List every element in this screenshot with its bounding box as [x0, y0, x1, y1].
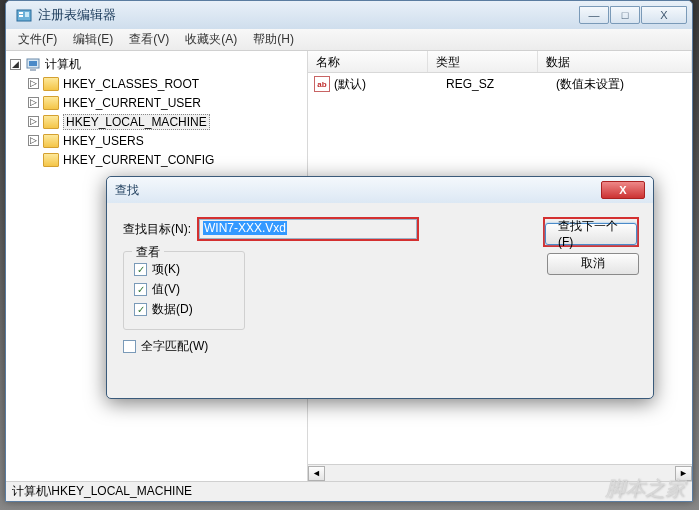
value-type: REG_SZ — [446, 77, 556, 91]
tree-item[interactable]: ▷HKEY_USERS — [26, 131, 305, 150]
checkbox-keys[interactable]: ✓ — [134, 263, 147, 276]
checkbox-keys-label: 项(K) — [152, 261, 180, 278]
menu-edit[interactable]: 编辑(E) — [65, 29, 121, 50]
tree-item-selected[interactable]: ▷HKEY_LOCAL_MACHINE — [26, 112, 305, 131]
menubar: 文件(F) 编辑(E) 查看(V) 收藏夹(A) 帮助(H) — [6, 29, 692, 51]
menu-favorites[interactable]: 收藏夹(A) — [177, 29, 245, 50]
expand-icon[interactable]: ▷ — [28, 116, 39, 127]
group-title: 查看 — [132, 244, 164, 261]
expand-icon[interactable]: ▷ — [28, 135, 39, 146]
folder-icon — [43, 153, 59, 167]
collapse-icon[interactable]: ◢ — [10, 59, 21, 70]
folder-icon — [43, 96, 59, 110]
checkbox-data-label: 数据(D) — [152, 301, 193, 318]
find-next-button[interactable]: 查找下一个(F) — [545, 223, 637, 245]
dialog-close-button[interactable]: X — [601, 181, 645, 199]
tree-label: HKEY_LOCAL_MACHINE — [63, 114, 210, 130]
svg-rect-2 — [19, 15, 23, 17]
dialog-title: 查找 — [115, 182, 601, 199]
find-dialog: 查找 X 查找目标(N): WIN7-XXX.Vxd 查看 ✓项(K) ✓值(V… — [106, 176, 654, 399]
tree-item[interactable]: ▷HKEY_CLASSES_ROOT — [26, 74, 305, 93]
svg-rect-1 — [19, 12, 23, 14]
maximize-button[interactable]: □ — [610, 6, 640, 24]
menu-view[interactable]: 查看(V) — [121, 29, 177, 50]
menu-file[interactable]: 文件(F) — [10, 29, 65, 50]
tree-item[interactable]: HKEY_CURRENT_CONFIG — [26, 150, 305, 169]
find-target-input[interactable]: WIN7-XXX.Vxd — [199, 219, 417, 239]
tree-item[interactable]: ▷HKEY_CURRENT_USER — [26, 93, 305, 112]
status-path: 计算机\HKEY_LOCAL_MACHINE — [12, 483, 192, 500]
regedit-icon — [16, 7, 32, 23]
cancel-button[interactable]: 取消 — [547, 253, 639, 275]
checkbox-values-label: 值(V) — [152, 281, 180, 298]
watermark: 脚本之家 — [605, 475, 685, 502]
window-title: 注册表编辑器 — [38, 6, 579, 24]
statusbar: 计算机\HKEY_LOCAL_MACHINE — [6, 481, 692, 501]
tree-root[interactable]: ◢ 计算机 — [8, 55, 305, 74]
look-at-group: 查看 ✓项(K) ✓值(V) ✓数据(D) — [123, 251, 245, 330]
tree-root-label: 计算机 — [45, 56, 81, 73]
tree-label: HKEY_USERS — [63, 134, 144, 148]
checkbox-whole-word[interactable] — [123, 340, 136, 353]
svg-rect-5 — [29, 61, 37, 66]
find-target-label: 查找目标(N): — [123, 221, 191, 238]
col-data[interactable]: 数据 — [538, 51, 692, 72]
svg-rect-6 — [30, 69, 36, 71]
value-name: (默认) — [334, 76, 446, 93]
svg-rect-3 — [25, 12, 29, 17]
string-value-icon: ab — [314, 76, 330, 92]
computer-icon — [25, 57, 41, 73]
expand-icon[interactable]: ▷ — [28, 78, 39, 89]
dialog-titlebar[interactable]: 查找 X — [107, 177, 653, 203]
col-name[interactable]: 名称 — [308, 51, 428, 72]
scroll-left-icon[interactable]: ◄ — [308, 466, 325, 481]
value-data: (数值未设置) — [556, 76, 624, 93]
expand-icon[interactable]: ▷ — [28, 97, 39, 108]
folder-icon — [43, 115, 59, 129]
tree-label: HKEY_CURRENT_CONFIG — [63, 153, 214, 167]
titlebar[interactable]: 注册表编辑器 — □ X — [6, 1, 692, 29]
checkbox-data[interactable]: ✓ — [134, 303, 147, 316]
folder-icon — [43, 77, 59, 91]
menu-help[interactable]: 帮助(H) — [245, 29, 302, 50]
list-row[interactable]: ab (默认) REG_SZ (数值未设置) — [310, 75, 690, 93]
highlight-box: 查找下一个(F) — [543, 217, 639, 247]
folder-icon — [43, 134, 59, 148]
close-button[interactable]: X — [641, 6, 687, 24]
list-header: 名称 类型 数据 — [308, 51, 692, 73]
minimize-button[interactable]: — — [579, 6, 609, 24]
highlight-box: WIN7-XXX.Vxd — [197, 217, 419, 241]
col-type[interactable]: 类型 — [428, 51, 538, 72]
checkbox-values[interactable]: ✓ — [134, 283, 147, 296]
checkbox-whole-word-label: 全字匹配(W) — [141, 338, 208, 355]
tree-label: HKEY_CLASSES_ROOT — [63, 77, 199, 91]
tree-label: HKEY_CURRENT_USER — [63, 96, 201, 110]
